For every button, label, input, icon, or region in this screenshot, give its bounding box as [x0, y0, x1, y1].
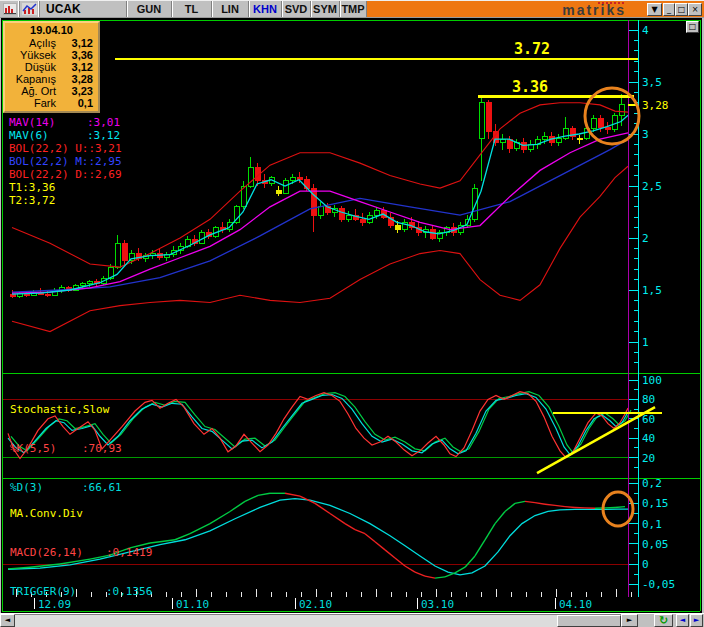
stochastic-title: Stochastic,Slow — [10, 403, 122, 416]
macd-title: MA.Conv.Div — [10, 507, 152, 520]
window-dropdown-button[interactable]: ▼ — [647, 3, 662, 16]
indicator-labels: MAV(14):3,01MAV(6):3,12BOL(22,2) U::3,21… — [9, 116, 122, 207]
toolbar-button-khn[interactable]: KHN — [248, 1, 281, 17]
indicator-tool-icon-glyph — [22, 3, 37, 15]
page-forward-icon[interactable]: ► — [690, 614, 703, 627]
indicator-tool-icon[interactable] — [20, 1, 40, 17]
svg-text:40: 40 — [642, 432, 655, 445]
quote-date: 19.04.10 — [5, 24, 98, 37]
svg-text:0,15: 0,15 — [642, 497, 669, 510]
toolbar: UCAK GUNTLLINKHNSVDSYMTMP matriks ▼ _ □ … — [0, 0, 704, 18]
indicator-label: BOL(22,2) U::3,21 — [9, 142, 122, 155]
toolbar-button-lin[interactable]: LIN — [211, 1, 248, 17]
toolbar-button-tl[interactable]: TL — [171, 1, 211, 17]
svg-text:0,2: 0,2 — [642, 477, 662, 490]
svg-text:100: 100 — [642, 374, 662, 387]
indicator-label: T2:3,72 — [9, 194, 122, 207]
indicator-label: BOL(22,2) D::2,69 — [9, 168, 122, 181]
info-row: Yüksek3,36 — [5, 49, 98, 61]
title-bar: matriks ▼ _ □ × — [366, 1, 704, 17]
window-close-button[interactable]: × — [688, 3, 702, 16]
window-maximize-button[interactable]: □ — [675, 3, 688, 16]
svg-text:20: 20 — [642, 452, 655, 465]
indicator-label: BOL(22,2) M::2,95 — [9, 155, 122, 168]
macd-trigger-label: TRIGGER(9):0,1356 — [10, 585, 152, 598]
scrollbar-thumb[interactable] — [557, 615, 621, 627]
svg-text:-0,05: -0,05 — [642, 578, 675, 591]
scroll-left-button[interactable]: ◄ — [0, 614, 15, 627]
svg-text:0,05: 0,05 — [642, 538, 669, 551]
chart-restore-button[interactable]: □ — [686, 21, 699, 33]
info-row: Ağ. Ort3,23 — [5, 85, 98, 97]
svg-text:02.10: 02.10 — [299, 598, 332, 611]
svg-text:60: 60 — [642, 413, 655, 426]
stochastic-k-label: %K(5,5):70,93 — [10, 442, 122, 455]
svg-text:3,5: 3,5 — [642, 76, 662, 89]
svg-text:03.10: 03.10 — [421, 598, 454, 611]
chart-window-icon[interactable] — [0, 1, 20, 17]
indicator-label: MAV(6):3,12 — [9, 129, 122, 142]
page-back-icon[interactable]: ◄ — [676, 614, 689, 627]
svg-text:3.72: 3.72 — [514, 40, 550, 58]
window-minimize-button[interactable]: _ — [663, 3, 675, 16]
toolbar-buttons: GUNTLLINKHNSVDSYMTMP — [126, 1, 366, 17]
svg-text:2: 2 — [642, 232, 649, 245]
svg-text:3: 3 — [642, 128, 649, 141]
svg-text:80: 80 — [642, 393, 655, 406]
toolbar-button-sym[interactable]: SYM — [310, 1, 339, 17]
svg-text:4: 4 — [642, 24, 649, 37]
svg-text:2,5: 2,5 — [642, 180, 662, 193]
matriks-window: UCAK GUNTLLINKHNSVDSYMTMP matriks ▼ _ □ … — [0, 0, 704, 627]
toolbar-button-gun[interactable]: GUN — [126, 1, 171, 17]
macd-labels: MA.Conv.Div MACD(26,14):0,1419 TRIGGER(9… — [10, 481, 152, 624]
svg-text:01.10: 01.10 — [176, 598, 209, 611]
svg-text:3,28: 3,28 — [642, 99, 669, 112]
svg-text:3.36: 3.36 — [512, 78, 548, 96]
horizontal-scrollbar: ◄ ► ↻ ◄ ► — [0, 613, 704, 627]
refresh-icon[interactable]: ↻ — [654, 614, 673, 627]
toolbar-button-tmp[interactable]: TMP — [339, 1, 366, 17]
scrollbar-spacer — [638, 614, 654, 627]
indicator-label: T1:3,36 — [9, 181, 122, 194]
toolbar-button-svd[interactable]: SVD — [281, 1, 310, 17]
matriks-logo: matriks — [562, 2, 626, 18]
svg-text:1: 1 — [642, 336, 649, 349]
svg-text:0,1: 0,1 — [642, 518, 662, 531]
svg-text:1,5: 1,5 — [642, 284, 662, 297]
scrollbar-track[interactable] — [15, 614, 621, 627]
chart-window-icon-glyph — [3, 3, 17, 15]
macd-line-label: MACD(26,14):0,1419 — [10, 546, 152, 559]
info-row: Kapanış3,28 — [5, 73, 98, 85]
info-row: Açılış3,12 — [5, 37, 98, 49]
indicator-label: MAV(14):3,01 — [9, 116, 122, 129]
ohlc-info-box: 19.04.10 Açılış3,12Yüksek3,36Düşük3,12Ka… — [3, 21, 100, 113]
info-row: Düşük3,12 — [5, 61, 98, 73]
scroll-page-right-button[interactable]: ► — [621, 614, 638, 627]
svg-text:0: 0 — [642, 558, 649, 571]
symbol-label[interactable]: UCAK — [40, 1, 126, 17]
svg-text:04.10: 04.10 — [559, 598, 592, 611]
info-row: Fark0,1 — [5, 97, 98, 109]
